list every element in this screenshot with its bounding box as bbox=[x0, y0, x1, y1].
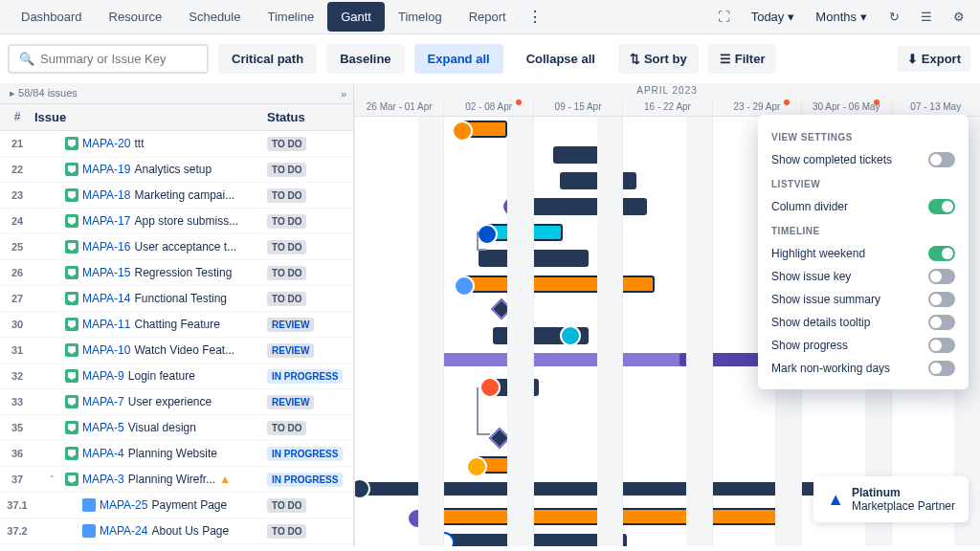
fullscreen-icon[interactable]: ⛶ bbox=[711, 4, 738, 31]
issue-key-link[interactable]: MAPA-5 bbox=[82, 421, 124, 434]
period-dropdown[interactable]: Months▾ bbox=[808, 6, 875, 28]
toggle-nonworking[interactable] bbox=[928, 361, 955, 376]
table-row[interactable]: 33 MAPA-7 User experience REVIEW bbox=[0, 389, 353, 415]
gantt-bar[interactable] bbox=[463, 276, 655, 293]
refresh-icon[interactable]: ↻ bbox=[880, 4, 907, 31]
col-header-status[interactable]: Status bbox=[267, 110, 353, 124]
status-badge[interactable]: TO DO bbox=[267, 524, 306, 539]
tab-schedule[interactable]: Schedule bbox=[175, 2, 254, 32]
status-badge[interactable]: TO DO bbox=[267, 292, 306, 306]
table-row[interactable]: 37 ˅ MAPA-3 Planning Wirefr...▲ IN PROGR… bbox=[0, 467, 353, 493]
toggle-summary[interactable] bbox=[928, 292, 955, 307]
today-dropdown[interactable]: Today▾ bbox=[744, 6, 803, 28]
status-badge[interactable]: REVIEW bbox=[267, 343, 314, 358]
gantt-bar[interactable] bbox=[459, 121, 507, 138]
status-badge[interactable]: TO DO bbox=[267, 498, 306, 513]
table-row[interactable]: 23 MAPA-18 Marketing campai... TO DO bbox=[0, 183, 353, 209]
issue-type-icon bbox=[65, 473, 78, 486]
issue-count: 58/84 issues bbox=[18, 87, 78, 99]
pane-collapse-icon[interactable]: » bbox=[341, 88, 344, 99]
status-badge[interactable]: TO DO bbox=[267, 163, 306, 177]
toggle-key[interactable] bbox=[928, 269, 955, 284]
status-badge[interactable]: TO DO bbox=[267, 137, 306, 151]
week-header[interactable]: 09 - 15 Apr bbox=[533, 98, 622, 116]
week-header[interactable]: 23 - 29 Apr bbox=[712, 98, 801, 116]
status-badge[interactable]: TO DO bbox=[267, 266, 306, 280]
expand-all-button[interactable]: Expand all bbox=[414, 44, 503, 74]
week-header[interactable]: 07 - 13 May bbox=[891, 98, 980, 116]
status-badge[interactable]: IN PROGRESS bbox=[267, 369, 343, 384]
gear-icon[interactable]: ⚙ bbox=[946, 4, 972, 31]
sliders-icon[interactable]: ☰ bbox=[913, 4, 940, 31]
table-row[interactable]: 27 MAPA-14 Functional Testing TO DO bbox=[0, 286, 353, 312]
filter-button[interactable]: ☰Filter bbox=[708, 44, 777, 74]
issue-key-link[interactable]: MAPA-15 bbox=[82, 266, 130, 279]
table-row[interactable]: 24 MAPA-17 App store submiss... TO DO bbox=[0, 209, 353, 234]
table-row[interactable]: 36 MAPA-4 Planning Website IN PROGRESS bbox=[0, 441, 353, 467]
col-header-issue[interactable]: Issue bbox=[34, 110, 267, 124]
issue-key-link[interactable]: MAPA-4 bbox=[82, 447, 124, 460]
status-badge[interactable]: TO DO bbox=[267, 421, 306, 435]
tab-resource[interactable]: Resource bbox=[96, 2, 176, 32]
issue-key-link[interactable]: MAPA-3 bbox=[82, 473, 124, 486]
week-header[interactable]: 02 - 08 Apr bbox=[443, 98, 532, 116]
status-badge[interactable]: REVIEW bbox=[267, 395, 314, 409]
issue-key-link[interactable]: MAPA-14 bbox=[82, 292, 130, 305]
table-row[interactable]: 30 MAPA-11 Chatting Feature REVIEW bbox=[0, 312, 353, 338]
issue-key-link[interactable]: MAPA-18 bbox=[82, 188, 130, 202]
expand-icon[interactable]: ˅ bbox=[50, 474, 61, 484]
week-header[interactable]: 16 - 22 Apr bbox=[622, 98, 711, 116]
row-num: 37.1 bbox=[0, 499, 34, 511]
table-row[interactable]: 21 MAPA-20 ttt TO DO bbox=[0, 131, 353, 157]
issue-key-link[interactable]: MAPA-7 bbox=[82, 395, 124, 408]
tab-timelog[interactable]: Timelog bbox=[385, 2, 456, 32]
table-row[interactable]: 37.2 MAPA-24 About Us Page TO DO bbox=[0, 518, 353, 544]
status-badge[interactable]: TO DO bbox=[267, 188, 306, 203]
issue-key-link[interactable]: MAPA-9 bbox=[82, 369, 124, 383]
table-row[interactable]: 32 MAPA-9 Login feature IN PROGRESS bbox=[0, 364, 353, 389]
tab-report[interactable]: Report bbox=[456, 2, 520, 32]
issue-key-link[interactable]: MAPA-20 bbox=[82, 137, 130, 150]
collapse-icon[interactable]: ▸ bbox=[10, 87, 15, 99]
sort-button[interactable]: ⇅Sort by bbox=[618, 44, 699, 74]
issue-key-link[interactable]: MAPA-24 bbox=[100, 524, 147, 538]
issue-key-link[interactable]: MAPA-17 bbox=[82, 214, 130, 228]
toggle-progress[interactable] bbox=[928, 338, 955, 353]
partner-badge: ▲ PlatinumMarketplace Partner bbox=[813, 476, 969, 522]
issue-key-link[interactable]: MAPA-19 bbox=[82, 163, 130, 176]
tab-timeline[interactable]: Timeline bbox=[254, 2, 327, 32]
status-badge[interactable]: TO DO bbox=[267, 214, 306, 229]
table-row[interactable]: 22 MAPA-19 Analytics setup TO DO bbox=[0, 157, 353, 183]
row-num: 37 bbox=[0, 474, 34, 485]
table-row[interactable]: 35 MAPA-5 Visual design TO DO bbox=[0, 415, 353, 441]
baseline-button[interactable]: Baseline bbox=[326, 44, 404, 74]
setting-tooltip: Show details tooltip bbox=[771, 316, 870, 329]
critical-path-button[interactable]: Critical path bbox=[218, 44, 317, 74]
tab-gantt[interactable]: Gantt bbox=[327, 2, 385, 32]
week-header[interactable]: 26 Mar - 01 Apr bbox=[354, 98, 443, 116]
status-badge[interactable]: IN PROGRESS bbox=[267, 473, 343, 487]
issue-key-link[interactable]: MAPA-10 bbox=[82, 343, 130, 357]
toggle-divider[interactable] bbox=[928, 199, 955, 214]
more-menu-icon[interactable]: ⋮ bbox=[520, 4, 550, 30]
toggle-completed[interactable] bbox=[928, 152, 955, 167]
issue-key-link[interactable]: MAPA-11 bbox=[82, 318, 130, 331]
issue-type-icon bbox=[65, 318, 78, 331]
week-header[interactable]: 30 Apr - 06 May bbox=[801, 98, 890, 116]
issue-key-link[interactable]: MAPA-16 bbox=[82, 240, 130, 253]
tab-dashboard[interactable]: Dashboard bbox=[8, 2, 96, 32]
table-row[interactable]: 26 MAPA-15 Regression Testing TO DO bbox=[0, 260, 353, 286]
row-num: 21 bbox=[0, 138, 34, 149]
toggle-tooltip[interactable] bbox=[928, 315, 955, 330]
status-badge[interactable]: REVIEW bbox=[267, 318, 314, 332]
table-row[interactable]: 37.1 MAPA-25 Payment Page TO DO bbox=[0, 493, 353, 518]
toggle-weekend[interactable] bbox=[928, 246, 955, 261]
collapse-all-button[interactable]: Collapse all bbox=[513, 44, 609, 74]
table-row[interactable]: 25 MAPA-16 User acceptance t... TO DO bbox=[0, 234, 353, 260]
table-row[interactable]: 31 MAPA-10 Watch Video Feat... REVIEW bbox=[0, 338, 353, 364]
export-button[interactable]: ⬇Export bbox=[898, 46, 970, 72]
status-badge[interactable]: IN PROGRESS bbox=[267, 447, 343, 461]
search-input[interactable] bbox=[40, 52, 201, 66]
issue-key-link[interactable]: MAPA-25 bbox=[100, 498, 147, 512]
status-badge[interactable]: TO DO bbox=[267, 240, 306, 254]
